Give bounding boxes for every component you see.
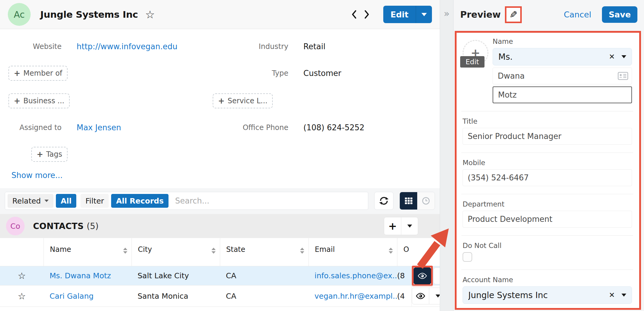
last-name-field[interactable]: [493, 86, 632, 103]
module-all-button[interactable]: All: [56, 194, 77, 208]
plus-icon: +: [14, 97, 20, 105]
chevron-down-icon: [621, 294, 626, 297]
field-divider: [461, 152, 633, 153]
chevron-down-icon: [44, 200, 49, 202]
record-row: +Tags: [0, 147, 440, 162]
preview-panel: Preview ✎ Cancel Save + Edit Name Ms. ✕: [454, 0, 644, 311]
type-value: Customer: [303, 69, 440, 78]
office-phone-label: Office Phone: [198, 123, 288, 132]
account-avatar: Ac: [8, 3, 31, 26]
edit-split-button: Edit: [383, 6, 432, 23]
edit-pencil-icon[interactable]: ✎: [509, 9, 518, 20]
account-name-value: Jungle Systems Inc: [468, 290, 609, 300]
contact-state: CA: [220, 292, 308, 300]
preview-eye-button[interactable]: [414, 267, 431, 284]
eye-icon: [417, 273, 427, 279]
field-divider: [461, 111, 633, 111]
contact-phone: (8: [397, 271, 412, 280]
contact-city: Salt Lake City: [132, 271, 220, 280]
name-label: Name: [493, 38, 632, 45]
contact-email-link[interactable]: info.sales.phone@ex...: [314, 271, 397, 280]
cancel-button[interactable]: Cancel: [564, 10, 591, 19]
table-row[interactable]: ☆ Ms. Dwana Motz Salt Lake City CA info.…: [0, 266, 440, 285]
eye-icon: [415, 293, 426, 299]
column-header-name[interactable]: Name: [44, 238, 132, 266]
account-name-field-group: Account Name Jungle Systems Inc ✕: [463, 276, 632, 304]
column-header-email[interactable]: Email: [308, 238, 397, 266]
filter-button[interactable]: Filter: [80, 194, 109, 208]
table-row[interactable]: ☆ Cari Galang Santa Monica CA vegan.hr.h…: [0, 285, 440, 307]
name-field-row: + Edit Name Ms. ✕: [463, 38, 632, 103]
do-not-call-checkbox[interactable]: [463, 252, 472, 262]
mobile-field[interactable]: [463, 169, 632, 186]
add-service-level-button[interactable]: +Service L...: [213, 93, 273, 108]
salutation-select[interactable]: Ms. ✕: [493, 48, 632, 65]
sort-icon: [389, 248, 393, 254]
add-business-center-button[interactable]: +Business ...: [8, 93, 70, 108]
contact-phone: (4: [397, 292, 412, 300]
all-records-button[interactable]: All Records: [111, 194, 169, 208]
show-more-link[interactable]: Show more...: [11, 171, 63, 180]
contact-name-link[interactable]: Cari Galang: [50, 292, 94, 300]
contact-email-link[interactable]: vegan.hr.hr@exampl...: [314, 292, 397, 300]
preview-edit-form: + Edit Name Ms. ✕: [455, 31, 641, 310]
assigned-to-label: Assigned to: [0, 123, 62, 132]
add-contact-button[interactable]: +: [384, 217, 401, 235]
record-row: Assigned to Max Jensen Office Phone (108…: [0, 121, 440, 134]
add-member-of-button[interactable]: +Member of: [8, 66, 68, 81]
sort-icon: [123, 248, 127, 254]
column-header-city[interactable]: City: [132, 238, 220, 266]
refresh-icon: [379, 196, 389, 206]
department-field[interactable]: [463, 211, 632, 228]
panel-gutter: »: [440, 0, 454, 311]
title-field[interactable]: [463, 128, 632, 145]
sort-icon: [211, 248, 216, 254]
row-favorite-star[interactable]: ☆: [0, 291, 44, 301]
search-input[interactable]: [175, 196, 366, 205]
website-link[interactable]: http://www.infovegan.edu: [77, 42, 178, 51]
field-divider: [461, 194, 633, 194]
main-content: Ac Jungle Systems Inc ☆ Edit Website htt…: [0, 0, 440, 311]
column-header-office-phone[interactable]: O: [397, 238, 440, 266]
salutation-value: Ms.: [498, 52, 609, 62]
refresh-button[interactable]: [374, 192, 393, 210]
column-header-state[interactable]: State: [220, 238, 308, 266]
edit-button[interactable]: Edit: [383, 6, 416, 23]
related-dropdown[interactable]: Related: [8, 194, 53, 208]
favorite-star-icon[interactable]: ☆: [145, 8, 155, 21]
clear-icon[interactable]: ✕: [609, 291, 615, 299]
list-view-button[interactable]: [400, 192, 417, 210]
chevron-down-icon: [421, 13, 427, 16]
next-record-button[interactable]: [360, 8, 373, 21]
website-label: Website: [0, 42, 62, 51]
row-favorite-star[interactable]: ☆: [0, 270, 44, 281]
activity-view-button[interactable]: [417, 192, 435, 210]
add-tags-button[interactable]: +Tags: [31, 147, 68, 162]
record-header: Ac Jungle Systems Inc ☆ Edit: [0, 0, 440, 29]
plus-icon: +: [218, 97, 225, 105]
edit-tooltip: Edit: [460, 56, 485, 68]
record-detail: Website http://www.infovegan.edu Industr…: [0, 29, 440, 188]
preview-eye-button[interactable]: [412, 288, 429, 304]
account-name-label: Account Name: [463, 276, 632, 284]
do-not-call-label: Do Not Call: [463, 242, 632, 249]
account-name-select[interactable]: Jungle Systems Inc ✕: [463, 286, 632, 304]
plus-icon: +: [14, 69, 20, 77]
assigned-user-link[interactable]: Max Jensen: [77, 123, 121, 132]
save-button[interactable]: Save: [602, 6, 637, 23]
edit-dropdown-button[interactable]: [416, 6, 432, 23]
filter-toolbar: Related All Filter All Records: [5, 192, 435, 210]
previous-record-button[interactable]: [348, 8, 360, 21]
mobile-field-group: Mobile: [463, 159, 632, 186]
mobile-label: Mobile: [463, 159, 632, 167]
contacts-panel-header: Co CONTACTS (5) +: [0, 214, 440, 238]
contacts-actions-dropdown[interactable]: [401, 217, 418, 235]
do-not-call-field-group: Do Not Call: [463, 242, 632, 262]
clear-icon[interactable]: ✕: [609, 53, 615, 61]
first-name-field[interactable]: [493, 68, 632, 84]
filter-bar: Related All Filter All Records: [5, 192, 368, 210]
contact-name-link[interactable]: Ms. Dwana Motz: [50, 271, 111, 280]
contacts-table: Name City State Email O ☆ Ms. Dwana Motz…: [0, 238, 440, 311]
collapse-panel-icon[interactable]: »: [440, 8, 453, 19]
title-field-group: Title: [463, 117, 632, 145]
